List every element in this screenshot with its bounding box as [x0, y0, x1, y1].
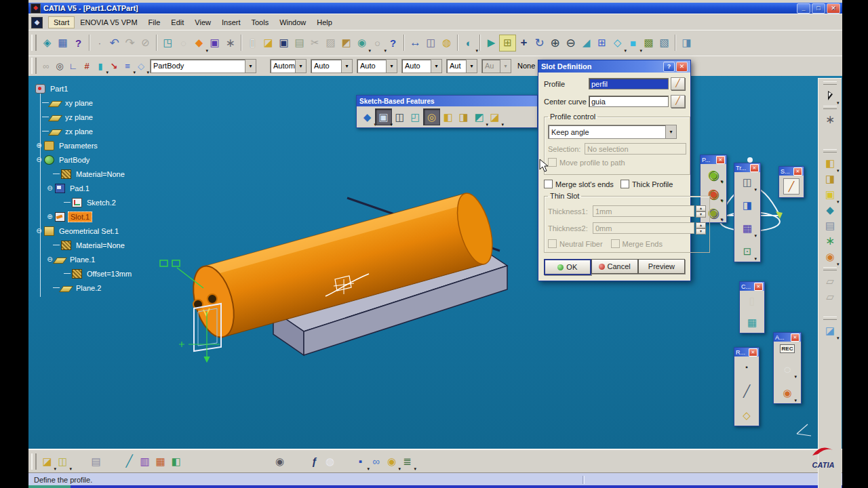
cylinder-hole[interactable] — [208, 294, 217, 304]
toolbar-grip[interactable] — [823, 106, 837, 109]
tree-item-material[interactable]: Material=None — [35, 167, 134, 181]
hole-icon[interactable]: ◎ — [423, 108, 440, 125]
mirror-icon[interactable]: ◨ — [740, 198, 755, 213]
tree-item-zx-plane[interactable]: zx plane — [35, 124, 134, 138]
expander-icon[interactable]: ⊕ — [35, 142, 43, 149]
palette-title[interactable]: C... — [741, 283, 751, 290]
multi-view-icon[interactable]: ⊞ — [594, 35, 610, 51]
tree-label[interactable]: xy plane — [63, 98, 95, 108]
tree-label[interactable]: Plane.1 — [68, 255, 97, 264]
link-icon[interactable]: ∞ — [39, 59, 53, 73]
tree-label[interactable]: Geometrical Set.1 — [57, 226, 121, 236]
workbench-icon[interactable]: ◈ — [39, 35, 55, 51]
scale-icon[interactable]: ⊡ — [740, 244, 755, 259]
expander-icon[interactable]: ⊕ — [46, 213, 54, 220]
palette-title[interactable]: R... — [736, 349, 745, 356]
tree-label[interactable]: Parameters — [57, 141, 100, 150]
center-curve-input[interactable] — [589, 96, 669, 107]
ghost-view-icon[interactable]: ◌ — [176, 35, 191, 51]
tree-label[interactable]: Material=None — [74, 169, 127, 179]
erase-icon[interactable]: ⊘ — [138, 35, 153, 51]
tree-item-part1[interactable]: Part1 — [35, 81, 134, 96]
menu-file[interactable]: File — [143, 16, 166, 28]
tree-label[interactable]: Pad.1 — [68, 184, 92, 193]
render-style-icon[interactable]: ▧ — [656, 35, 672, 51]
chevron-down-icon[interactable]: ▾ — [386, 60, 397, 73]
plane-tool-icon[interactable]: ◇ — [739, 408, 754, 423]
update-icon[interactable]: ◪ — [39, 453, 55, 469]
close-icon[interactable]: ✕ — [754, 283, 763, 291]
body-combo[interactable]: PartBody ▾ — [150, 59, 256, 73]
tree-label[interactable]: Part1 — [48, 84, 70, 94]
auto-combo-5[interactable]: Aut ▾ — [446, 59, 477, 73]
hidden-line-icon[interactable]: ▩ — [641, 35, 656, 51]
pocket-icon[interactable]: ▣ — [375, 108, 392, 125]
normal-view-icon[interactable]: ◢ — [578, 35, 594, 51]
camera-icon[interactable]: ◉ — [272, 453, 288, 469]
tree-item-geometrical-set[interactable]: ⊖ Geometrical Set.1 — [35, 224, 134, 238]
menu-help[interactable]: Help — [311, 16, 338, 28]
context-help-icon[interactable]: ? — [71, 35, 86, 51]
expander-icon[interactable]: ⊖ — [46, 184, 54, 192]
sketch-icon[interactable]: ╱ — [783, 178, 800, 195]
dot-icon[interactable]: · — [93, 36, 106, 49]
close-icon[interactable]: ✕ — [791, 333, 800, 342]
tree-item-slot1[interactable]: ⊕ Slot.1 — [35, 209, 134, 224]
shaft-dock-icon[interactable]: ▣ — [823, 186, 838, 202]
pocket-dock-icon[interactable]: ◨ — [823, 171, 838, 186]
explode-icon[interactable]: ∗ — [222, 35, 238, 51]
tree-item-sketch2[interactable]: Sketch.2 — [35, 195, 134, 209]
fly-mode-icon[interactable]: ▶ — [484, 35, 499, 51]
new-document-icon[interactable]: ▯ — [245, 35, 260, 51]
stiffener-icon[interactable]: ◩ — [471, 109, 487, 125]
groove-icon[interactable]: ◰ — [408, 109, 423, 125]
shaded-view-icon[interactable]: ■ — [625, 35, 641, 51]
mass-properties-icon[interactable]: ◍ — [439, 35, 454, 51]
toolbar-grip[interactable] — [31, 35, 37, 51]
chevron-down-icon[interactable]: ▾ — [466, 60, 477, 73]
pad-icon[interactable]: ◆ — [359, 109, 375, 125]
undo-icon[interactable]: ↶ — [106, 35, 122, 51]
thick-profile-checkbox[interactable] — [620, 180, 629, 188]
cancel-button[interactable]: Cancel — [591, 259, 638, 274]
keep-angle-combo[interactable]: Keep angle ▾ — [548, 125, 677, 139]
measure-item-icon[interactable]: ◫ — [423, 35, 439, 51]
palette-title[interactable]: A... — [775, 334, 785, 341]
tree-item-plane2[interactable]: Plane.2 — [35, 281, 134, 295]
slot-icon[interactable]: ◨ — [456, 109, 471, 125]
close-icon[interactable]: ✕ — [793, 167, 802, 176]
tree-item-parameters[interactable]: ⊕ Parameters — [35, 138, 134, 152]
copy-icon[interactable]: ▨ — [323, 35, 338, 51]
axis-swap-icon[interactable]: ◫ — [55, 453, 71, 469]
minimize-button[interactable]: _ — [797, 3, 810, 14]
tree-label[interactable]: yz plane — [63, 113, 95, 122]
line-icon[interactable]: ╱ — [739, 384, 754, 399]
orange-tool-icon[interactable]: ◆ — [191, 35, 207, 51]
close-icon[interactable]: ✕ — [716, 156, 725, 164]
preview-button[interactable]: Preview — [638, 259, 685, 274]
toolbar-grip[interactable] — [823, 317, 837, 320]
chevron-down-icon[interactable]: ▾ — [341, 60, 352, 73]
rotate-icon[interactable]: ↻ — [532, 35, 547, 51]
calculator-icon[interactable]: ▪ — [353, 453, 368, 469]
photo-icon[interactable]: ▥ — [137, 453, 153, 469]
tree-item-pad1[interactable]: ⊖ Pad.1 — [35, 181, 134, 195]
loft-icon[interactable]: ◪ — [487, 109, 502, 125]
sphere-dock-icon[interactable]: ◉ — [823, 249, 838, 264]
mannequin-icon[interactable]: ◉ — [780, 386, 795, 401]
surface-dock-icon[interactable]: ◪ — [823, 323, 838, 338]
toolbar-grip[interactable] — [31, 453, 37, 470]
toolbar-grip[interactable] — [823, 149, 837, 152]
chevron-down-icon[interactable]: ▾ — [665, 125, 676, 138]
balloon-icon[interactable]: ◌ — [780, 362, 795, 377]
sketcher-wheel-icon[interactable]: ∗ — [823, 112, 838, 127]
close-icon[interactable]: ✕ — [749, 348, 757, 357]
lock-icon[interactable]: ▤ — [88, 453, 104, 469]
3d-viewport[interactable]: Part1 xy plane yz plane zx plane ⊕ Param… — [28, 76, 842, 449]
tree-label[interactable]: Plane.2 — [74, 283, 103, 293]
expander-icon[interactable]: ⊖ — [46, 256, 54, 263]
palette-grid-icon[interactable]: ▦ — [153, 453, 168, 469]
toolbar-grip[interactable] — [823, 81, 837, 85]
redo-icon[interactable]: ↷ — [122, 35, 138, 51]
quick-view-icon[interactable]: ◉ — [354, 35, 370, 51]
